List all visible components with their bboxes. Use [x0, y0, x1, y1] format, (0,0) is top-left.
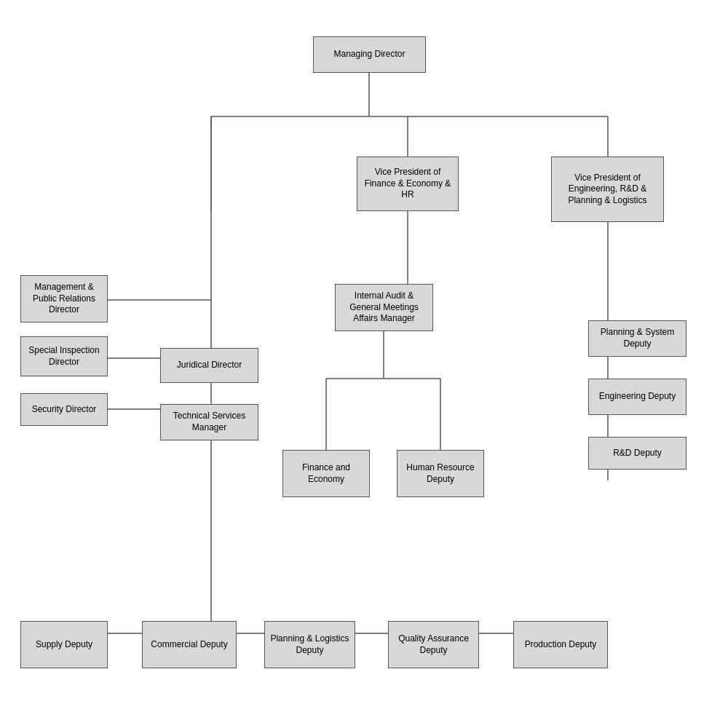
security-director-node: Security Director — [20, 393, 108, 426]
vp-engineering-node: Vice President of Engineering, R&D & Pla… — [551, 157, 664, 222]
special-inspection-node: Special Inspection Director — [20, 336, 108, 376]
commercial-deputy-node: Commercial Deputy — [142, 621, 237, 668]
connector-lines — [0, 0, 728, 728]
planning-system-node: Planning & System Deputy — [588, 320, 687, 357]
finance-economy-node: Finance and Economy — [282, 450, 370, 497]
juridical-director-node: Juridical Director — [160, 348, 258, 383]
rd-deputy-node: R&D Deputy — [588, 437, 687, 470]
planning-logistics-node: Planning & Logistics Deputy — [264, 621, 355, 668]
mgmt-pr-node: Management & Public Relations Director — [20, 275, 108, 323]
hr-deputy-node: Human Resource Deputy — [397, 450, 484, 497]
supply-deputy-node: Supply Deputy — [20, 621, 108, 668]
technical-services-node: Technical Services Manager — [160, 404, 258, 440]
production-deputy-node: Production Deputy — [513, 621, 608, 668]
vp-finance-node: Vice President of Finance & Economy & HR — [357, 157, 459, 211]
engineering-deputy-node: Engineering Deputy — [588, 379, 687, 415]
managing-director-node: Managing Director — [313, 36, 426, 73]
org-chart: Managing Director Vice President of Fina… — [0, 0, 728, 728]
quality-assurance-node: Quality Assurance Deputy — [388, 621, 479, 668]
internal-audit-node: Internal Audit & General Meetings Affair… — [335, 284, 433, 331]
